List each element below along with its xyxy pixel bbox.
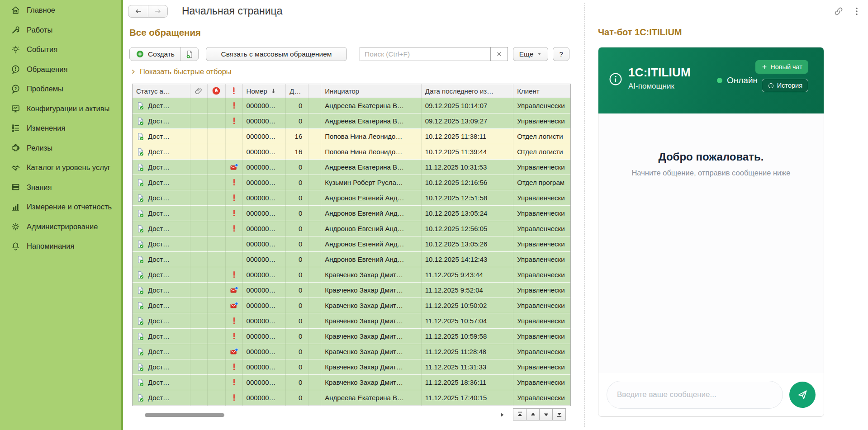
table-row[interactable]: Дост… 000000… 0 Кравченко Захар Дмит… 11… [133,359,570,375]
new-chat-button[interactable]: Новый чат [755,60,808,74]
sidebar-nav: Главное Работы События Обращения ? Пробл… [0,0,121,256]
sidebar-item-reporting[interactable]: Измерение и отчетность [0,197,121,217]
col-date[interactable]: Дата последнего из… [422,84,514,98]
cell-urgency [208,206,226,221]
sidebar-item-configurations[interactable]: Конфигурации и активы [0,99,121,119]
sidebar-item-events[interactable]: События [0,40,121,60]
table-row[interactable]: Дост… 000000… 16 Попова Нина Леонидо… 10… [133,144,570,160]
chat-message-input[interactable] [607,381,783,409]
col-number[interactable]: Номер [243,84,286,98]
sidebar-item-requests[interactable]: Обращения [0,60,121,80]
table-row[interactable]: Дост… 000000… 0 Андронов Евгений Анд… 10… [133,190,570,206]
create-button[interactable]: Создать [130,47,180,61]
table-row[interactable]: Дост… 000000… 0 Кравченко Захар Дмит… 11… [133,375,570,390]
table-row[interactable]: Дост… 000000… 16 Попова Нина Леонидо… 10… [133,129,570,144]
scroll-right-icon[interactable] [499,411,506,418]
help-button[interactable]: ? [553,47,569,61]
sidebar-item-service-catalog[interactable]: Каталог и уровень услуг [0,158,121,178]
sidebar-item-main[interactable]: Главное [0,0,121,20]
table-row[interactable]: Дост… 000000… 0 Кравченко Захар Дмит… 11… [133,298,570,313]
table-row[interactable]: Дост… 000000… 0 Андреева Екатерина В… 11… [133,160,570,175]
sidebar: Главное Работы События Обращения ? Пробл… [0,0,123,430]
scrollbar-thumb[interactable] [145,413,224,417]
cell-status: Дост… [133,175,190,190]
chat-panel-title: Чат-бот 1С:ITILIUM [598,27,682,38]
search-clear-button[interactable] [490,47,508,61]
cell-initiator: Кравченко Захар Дмит… [321,267,421,283]
sidebar-item-administration[interactable]: Администрирование [0,217,121,237]
horizontal-scrollbar[interactable] [134,409,506,421]
document-check-icon [136,240,145,249]
sidebar-item-problems[interactable]: ? Проблемы [0,79,121,99]
table-row[interactable]: Дост… 000000… 0 Кравченко Захар Дмит… 11… [133,329,570,344]
more-button[interactable]: Еще [513,47,548,61]
welcome-subtitle: Начните общение, отправив сообщение ниже [598,169,824,177]
link-mass-request-button[interactable]: Связать с массовым обращением [206,47,347,61]
exclamation-icon [230,101,238,110]
sidebar-item-label: Каталог и уровень услуг [27,163,110,172]
table-row[interactable]: Дост… 000000… 0 Андронов Евгений Анд… 10… [133,206,570,221]
table-row[interactable]: Дост… 000000… 0 Кравченко Захар Дмит… 11… [133,283,570,298]
cell-number: 000000… [243,344,286,359]
table-row[interactable]: Дост… 000000… 0 Кравченко Захар Дмит… 11… [133,344,570,359]
sidebar-item-knowledge[interactable]: Знания [0,178,121,198]
table-row[interactable]: Дост… 000000… 0 Андронов Евгений Анд… 10… [133,221,570,236]
go-last-button[interactable] [552,408,566,421]
sidebar-item-changes[interactable]: Изменения [0,118,121,138]
col-initiator[interactable]: Инициатор [321,84,421,98]
document-check-icon [136,286,145,295]
cell-urgency [208,283,226,298]
table-row[interactable]: Дост… 000000… 0 Андреева Екатерина В… 09… [133,98,570,113]
history-button[interactable]: История [762,79,808,92]
cell-urgency [208,329,226,344]
table-row[interactable]: Дост… 000000… 0 Кравченко Захар Дмит… 11… [133,313,570,329]
col-d[interactable]: Д… [286,84,308,98]
go-up-button[interactable] [526,408,540,421]
cell-number: 000000… [243,313,286,329]
quick-filters-toggle[interactable]: Показать быстрые отборы [130,67,232,76]
back-button[interactable] [128,5,148,18]
col-urgency[interactable] [208,84,226,98]
exclamation-icon [230,224,238,233]
table-row[interactable]: Дост… 000000… 0 Андреева Екатерина В… 09… [133,113,570,129]
sidebar-item-releases[interactable]: Релизы [0,138,121,158]
create-from-template-button[interactable] [180,47,198,61]
kebab-menu-icon[interactable] [852,6,862,16]
triangle-down-icon [542,411,550,418]
col-priority[interactable] [226,84,243,98]
cell-number: 000000… [243,160,286,175]
table-row[interactable]: Дост… 000000… 0 Андронов Евгений Анд… 10… [133,252,570,267]
chat-card: 1C:ITILIUM AI-помощник Онлайн Новый чат … [598,47,824,417]
document-check-icon [136,147,145,156]
table-row[interactable]: Дост… 000000… 0 Андреева Екатерина В… 11… [133,390,570,406]
link-icon[interactable] [834,6,844,16]
send-plane-icon [797,389,808,401]
info-circle-icon[interactable] [608,72,623,86]
col-attachment[interactable] [190,84,208,98]
search-input[interactable] [360,47,490,61]
table-row[interactable]: Дост… 000000… 0 Андронов Евгений Анд… 10… [133,236,570,252]
send-button[interactable] [789,382,816,408]
cell-urgency [208,98,226,113]
online-status: Онлайн [717,76,758,85]
col-spare[interactable] [308,84,321,98]
cell-initiator: Кузьмин Роберт Русла… [321,175,421,190]
cell-spare [308,344,321,359]
col-status[interactable]: Статус а… [133,84,190,98]
sidebar-item-works[interactable]: Работы [0,20,121,40]
cell-client: Управленчески [513,390,570,406]
paperclip-icon [194,86,203,95]
cell-attachment [190,221,208,236]
forward-button[interactable] [148,5,168,18]
table-row[interactable]: Дост… 000000… 0 Кузьмин Роберт Русла… 10… [133,175,570,190]
cell-status: Дост… [133,144,190,160]
col-client[interactable]: Клиент [513,84,570,98]
sidebar-item-reminders[interactable]: Напоминания [0,236,121,256]
col-number-label: Номер [247,87,267,95]
exclamation-icon [230,363,238,371]
go-down-button[interactable] [539,408,553,421]
home-icon [11,5,20,15]
table-row[interactable]: Дост… 000000… 0 Кравченко Захар Дмит… 11… [133,267,570,283]
go-first-button[interactable] [513,408,526,421]
cell-attachment [190,390,208,406]
